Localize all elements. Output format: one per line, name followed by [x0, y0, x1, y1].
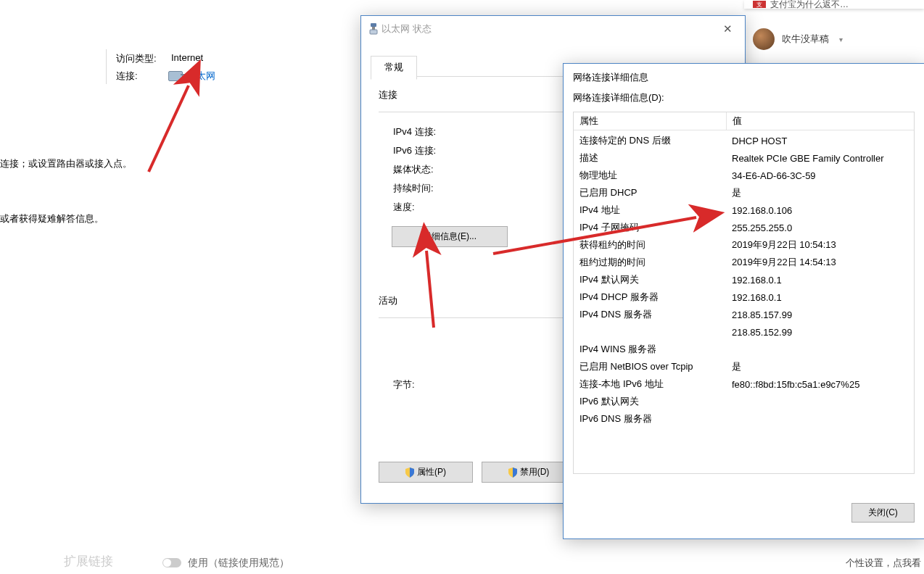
table-row[interactable]: IPv4 DHCP 服务器192.168.0.1: [574, 288, 914, 306]
table-row[interactable]: 已启用 DHCP是: [574, 184, 914, 201]
properties-button[interactable]: 属性(P): [379, 462, 473, 483]
table-row[interactable]: 连接-本地 IPv6 地址fe80::f8bd:15fb:c5a1:e9c7%2…: [574, 375, 914, 393]
bg-text-2: 或者获得疑难解答信息。: [0, 212, 104, 225]
toggle-switch[interactable]: [162, 558, 181, 567]
details-table: 属性 值 连接特定的 DNS 后缀DHCP HOST描述Realtek PCIe…: [573, 112, 915, 474]
value-cell: 是: [726, 186, 914, 199]
ethernet-adapter-icon: [368, 22, 379, 36]
table-row[interactable]: 已启用 NetBIOS over Tcpip是: [574, 358, 914, 375]
table-header: 属性 值: [574, 112, 914, 130]
chevron-down-icon: ▾: [839, 36, 843, 43]
col-property[interactable]: 属性: [574, 112, 727, 130]
svg-rect-1: [372, 27, 375, 30]
value-cell: 192.168.0.1: [726, 275, 914, 286]
property-cell: 连接-本地 IPv6 地址: [574, 378, 726, 391]
property-cell: 获得租约的时间: [574, 238, 726, 251]
user-name: 吹牛没草稿: [782, 33, 829, 46]
property-cell: 物理地址: [574, 169, 726, 182]
svg-line-3: [149, 86, 189, 172]
col-value[interactable]: 值: [727, 112, 914, 130]
divider: [106, 49, 107, 84]
property-cell: IPv6 DNS 服务器: [574, 412, 726, 425]
avatar: [753, 28, 775, 50]
property-cell: IPv6 默认网关: [574, 395, 726, 408]
table-row[interactable]: IPv4 默认网关192.168.0.1: [574, 271, 914, 288]
table-row[interactable]: 连接特定的 DNS 后缀DHCP HOST: [574, 132, 914, 149]
table-row[interactable]: 物理地址34-E6-AD-66-3C-59: [574, 167, 914, 184]
duration-label: 持续时间:: [393, 182, 451, 195]
properties-button-label: 属性(P): [417, 466, 446, 478]
taskbar-item-label: 支付宝为什么返不…: [770, 0, 849, 9]
property-cell: 已启用 NetBIOS over Tcpip: [574, 360, 726, 373]
ipv6-conn-label: IPv6 连接:: [393, 144, 451, 157]
value-cell: 34-E6-AD-66-3C-59: [726, 170, 914, 181]
tab-general[interactable]: 常规: [371, 56, 417, 80]
table-row[interactable]: IPv4 WINS 服务器: [574, 341, 914, 358]
connection-label: 连接:: [116, 70, 138, 83]
disable-button-label: 禁用(D): [520, 466, 550, 478]
value-cell: 255.255.255.0: [726, 222, 914, 233]
property-cell: 已启用 DHCP: [574, 186, 726, 199]
value-cell: Realtek PCIe GBE Family Controller: [726, 153, 914, 164]
ethernet-icon: [168, 71, 183, 81]
bg-text-1: 连接；或设置路由器或接入点。: [0, 157, 132, 170]
property-cell: IPv4 地址: [574, 204, 726, 217]
table-row[interactable]: 获得租约的时间2019年9月22日 10:54:13: [574, 236, 914, 254]
svg-rect-2: [370, 30, 377, 34]
property-cell: 租约过期的时间: [574, 256, 726, 269]
table-row[interactable]: 218.85.152.99: [574, 323, 914, 341]
table-row[interactable]: IPv4 地址192.168.0.106: [574, 201, 914, 219]
disable-button[interactable]: 禁用(D): [482, 462, 576, 483]
value-cell: 192.168.0.1: [726, 292, 914, 303]
access-type-value: Internet: [171, 52, 203, 63]
access-type-label: 访问类型:: [116, 52, 157, 65]
network-details-dialog: 网络连接详细信息 网络连接详细信息(D): 属性 值 连接特定的 DNS 后缀D…: [563, 63, 924, 539]
property-cell: IPv4 DNS 服务器: [574, 308, 726, 321]
speed-label: 速度:: [393, 201, 451, 214]
property-cell: IPv4 WINS 服务器: [574, 343, 726, 356]
value-cell: 218.85.152.99: [726, 327, 914, 338]
value-cell: 192.168.0.106: [726, 205, 914, 216]
bytes-label: 字节:: [379, 378, 422, 391]
media-state-label: 媒体状态:: [393, 163, 451, 176]
property-cell: 连接特定的 DNS 后缀: [574, 134, 726, 147]
table-row[interactable]: IPv4 DNS 服务器218.85.157.99: [574, 306, 914, 323]
details-title: 网络连接详细信息: [564, 64, 924, 88]
property-cell: IPv4 子网掩码: [574, 221, 726, 234]
table-row[interactable]: 租约过期的时间2019年9月22日 14:54:13: [574, 254, 914, 271]
value-cell: fe80::f8bd:15fb:c5a1:e9c7%25: [726, 379, 914, 390]
close-button[interactable]: ✕: [713, 20, 742, 38]
property-cell: IPv4 DHCP 服务器: [574, 291, 726, 304]
close-button[interactable]: 关闭(C): [851, 503, 915, 523]
alipay-icon: 支: [753, 1, 766, 8]
footer-mid-text: 使用（链接使用规范）: [188, 557, 289, 570]
taskbar-item[interactable]: 支 支付宝为什么返不…: [744, 0, 924, 9]
value-cell: 2019年9月22日 10:54:13: [726, 238, 914, 251]
table-row[interactable]: 描述Realtek PCIe GBE Family Controller: [574, 149, 914, 167]
ethernet-link[interactable]: 以太网: [187, 70, 215, 83]
dialog-titlebar: 以太网 状态 ✕: [361, 16, 745, 42]
svg-rect-0: [371, 23, 376, 27]
value-cell: 2019年9月22日 14:54:13: [726, 256, 914, 269]
table-row[interactable]: IPv6 默认网关: [574, 393, 914, 410]
value-cell: DHCP HOST: [726, 136, 914, 146]
footer-right-text[interactable]: 个性设置，点我看: [846, 557, 921, 570]
user-menu[interactable]: 吹牛没草稿 ▾: [745, 25, 924, 54]
property-cell: IPv4 默认网关: [574, 273, 726, 286]
details-subtitle: 网络连接详细信息(D):: [564, 88, 924, 109]
bottom-buttons: 属性(P) 禁用(D): [379, 462, 576, 483]
shield-icon: [405, 467, 414, 478]
table-row[interactable]: IPv4 子网掩码255.255.255.0: [574, 219, 914, 236]
value-cell: 218.85.157.99: [726, 309, 914, 320]
footer-left-text: 扩展链接: [64, 553, 113, 570]
shield-icon: [508, 467, 517, 478]
details-button[interactable]: 详细信息(E)...: [392, 226, 508, 247]
dialog-title: 以太网 状态: [381, 22, 432, 36]
property-cell: 描述: [574, 151, 726, 165]
ipv4-conn-label: IPv4 连接:: [393, 125, 451, 138]
value-cell: 是: [726, 360, 914, 373]
ethernet-link-wrap: 以太网: [168, 70, 215, 83]
table-row[interactable]: IPv6 DNS 服务器: [574, 410, 914, 428]
